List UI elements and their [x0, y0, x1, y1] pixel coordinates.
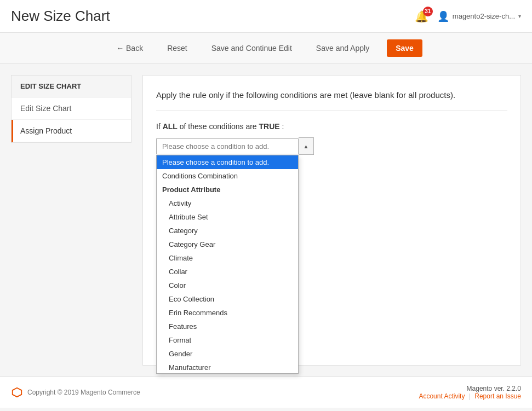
- notification-badge: 31: [423, 7, 433, 16]
- dropdown-list-inner[interactable]: Please choose a condition to add. Condit…: [157, 155, 298, 373]
- conditions-intro: If ALL of these conditions are TRUE :: [156, 122, 507, 131]
- chevron-down-icon: ▾: [518, 13, 521, 19]
- condition-dropdown-input[interactable]: [156, 138, 299, 154]
- sidebar-box: EDIT SIZE CHART Edit Size Chart Assign P…: [11, 75, 131, 143]
- reset-button[interactable]: Reset: [161, 40, 194, 56]
- conditions-description: Apply the rule only if the following con…: [156, 89, 507, 111]
- dropdown-option-activity[interactable]: Activity: [157, 196, 298, 210]
- footer-left: Copyright © 2019 Magento Commerce: [11, 386, 140, 398]
- sidebar-heading: EDIT SIZE CHART: [12, 76, 131, 97]
- dropdown-option-eco-collection[interactable]: Eco Collection: [157, 292, 298, 306]
- dropdown-option-placeholder[interactable]: Please choose a condition to add.: [157, 155, 298, 169]
- content-panel: Apply the rule only if the following con…: [142, 75, 521, 366]
- magento-logo: [11, 386, 23, 398]
- conditions-true: TRUE: [259, 122, 280, 131]
- sidebar-item-label: Assign Product: [20, 126, 72, 135]
- page-title: New Size Chart: [11, 2, 110, 30]
- sidebar-item-label: Edit Size Chart: [20, 104, 71, 113]
- condition-dropdown-wrapper: ▲ Please choose a condition to add. Cond…: [156, 137, 314, 155]
- footer-copyright: Copyright © 2019 Magento Commerce: [27, 389, 140, 396]
- sidebar-item-assign-product[interactable]: Assign Product: [12, 120, 131, 142]
- conditions-all: ALL: [163, 122, 178, 131]
- sidebar-item-edit-size-chart[interactable]: Edit Size Chart: [12, 97, 131, 120]
- dropdown-option-color[interactable]: Color: [157, 279, 298, 292]
- dropdown-option-features[interactable]: Features: [157, 320, 298, 333]
- account-activity-link[interactable]: Account Activity: [419, 392, 465, 400]
- conditions-colon: :: [280, 122, 284, 131]
- notification-bell[interactable]: 🔔 31: [415, 10, 428, 23]
- main-content: EDIT SIZE CHART Edit Size Chart Assign P…: [0, 64, 532, 377]
- dropdown-option-attribute-set[interactable]: Attribute Set: [157, 210, 298, 224]
- dropdown-option-manufacturer[interactable]: Manufacturer: [157, 361, 298, 373]
- dropdown-option-format[interactable]: Format: [157, 333, 298, 347]
- header-right: 🔔 31 👤 magento2-size-ch... ▾: [415, 10, 521, 23]
- save-button[interactable]: Save: [387, 39, 422, 57]
- dropdown-option-erin-recommends[interactable]: Erin Recommends: [157, 306, 298, 320]
- user-icon: 👤: [437, 10, 449, 22]
- dropdown-input-row: ▲: [156, 137, 314, 155]
- conditions-intro-prefix: If: [156, 122, 163, 131]
- dropdown-option-collar[interactable]: Collar: [157, 265, 298, 279]
- report-issue-link[interactable]: Report an Issue: [474, 392, 521, 400]
- footer-right: Magento ver. 2.2.0 Account Activity | Re…: [419, 385, 521, 400]
- dropdown-option-category-gear[interactable]: Category Gear: [157, 238, 298, 251]
- dropdown-up-arrow[interactable]: ▲: [299, 137, 314, 155]
- footer-separator: |: [469, 392, 471, 400]
- save-continue-button[interactable]: Save and Continue Edit: [205, 40, 299, 56]
- page-footer: Copyright © 2019 Magento Commerce Magent…: [0, 377, 532, 408]
- save-apply-button[interactable]: Save and Apply: [310, 40, 376, 56]
- dropdown-option-climate[interactable]: Climate: [157, 251, 298, 265]
- back-button[interactable]: ← Back: [110, 40, 150, 56]
- magento-version: Magento ver. 2.2.0: [467, 385, 521, 392]
- dropdown-list: Please choose a condition to add. Condit…: [156, 155, 299, 374]
- dropdown-option-product-attribute: Product Attribute: [157, 183, 298, 196]
- dropdown-option-gender[interactable]: Gender: [157, 347, 298, 361]
- sidebar: EDIT SIZE CHART Edit Size Chart Assign P…: [11, 75, 131, 366]
- user-name: magento2-size-ch...: [453, 12, 515, 20]
- page-header: New Size Chart 🔔 31 👤 magento2-size-ch..…: [0, 0, 532, 33]
- user-menu[interactable]: 👤 magento2-size-ch... ▾: [437, 10, 521, 22]
- dropdown-option-conditions-combination[interactable]: Conditions Combination: [157, 169, 298, 183]
- conditions-intro-suffix: of these conditions are: [178, 122, 259, 131]
- dropdown-option-category[interactable]: Category: [157, 224, 298, 238]
- toolbar: ← Back Reset Save and Continue Edit Save…: [0, 33, 532, 64]
